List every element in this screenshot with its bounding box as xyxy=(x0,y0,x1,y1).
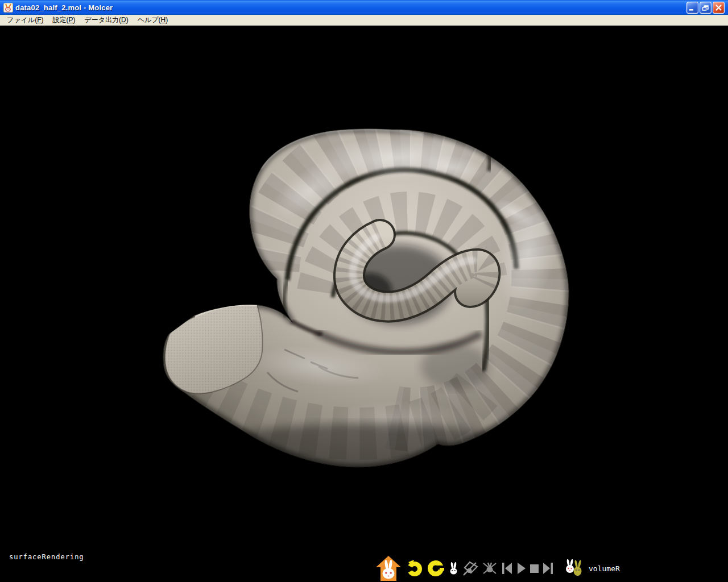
restore-icon xyxy=(702,4,709,11)
titlebar[interactable]: data02_half_2.mol - Molcer xyxy=(0,0,728,15)
menu-data-output[interactable]: データ出力(D) xyxy=(80,15,133,26)
molcer-rabbit-icon[interactable] xyxy=(3,3,13,13)
skip-end-icon xyxy=(543,562,554,575)
skip-start-button[interactable] xyxy=(501,562,512,575)
home-rabbit-icon xyxy=(375,555,402,581)
home-view-button[interactable] xyxy=(375,555,402,581)
rabbit-pose-button[interactable] xyxy=(449,562,458,575)
menu-help[interactable]: ヘルプ(H) xyxy=(133,15,173,26)
skip-start-icon xyxy=(501,562,512,575)
rotate-right-button[interactable] xyxy=(427,559,445,577)
stop-button[interactable] xyxy=(530,564,539,573)
minimize-button[interactable] xyxy=(686,2,698,14)
volume-render-label: volumeR xyxy=(589,564,620,573)
rabbit-cross-icon xyxy=(482,562,497,575)
volume-render-button[interactable] xyxy=(564,559,584,577)
render-mode-label: surfaceRendering xyxy=(9,553,84,561)
stop-icon xyxy=(530,564,539,573)
rabbit-icon xyxy=(449,562,458,575)
play-button[interactable] xyxy=(516,562,526,575)
window-title: data02_half_2.mol - Molcer xyxy=(15,3,686,12)
rotate-right-icon xyxy=(427,559,445,577)
render-viewport[interactable]: surfaceRendering xyxy=(0,26,728,582)
minimize-icon xyxy=(689,4,696,11)
rendered-fossil-object xyxy=(0,26,728,582)
rotate-left-button[interactable] xyxy=(406,559,423,577)
rotate-left-icon xyxy=(406,559,423,577)
close-icon xyxy=(715,4,722,11)
menu-file[interactable]: ファイル(F) xyxy=(2,15,48,26)
rabbit-edit-button[interactable] xyxy=(462,561,478,576)
menu-settings[interactable]: 設定(P) xyxy=(48,15,80,26)
skip-end-button[interactable] xyxy=(543,562,554,575)
rabbit-pencil-icon xyxy=(462,561,478,576)
rabbit-delete-button[interactable] xyxy=(482,562,497,575)
menu-bar: ファイル(F) 設定(P) データ出力(D) ヘルプ(H) xyxy=(0,15,728,26)
play-icon xyxy=(516,562,526,575)
rabbit-pair-icon xyxy=(564,559,584,577)
bottom-toolbar: volumeR xyxy=(375,555,620,582)
close-button[interactable] xyxy=(713,2,725,14)
restore-button[interactable] xyxy=(700,2,712,14)
app-window: data02_half_2.mol - Molcer ファイル(F) 設定(P)… xyxy=(0,0,728,582)
